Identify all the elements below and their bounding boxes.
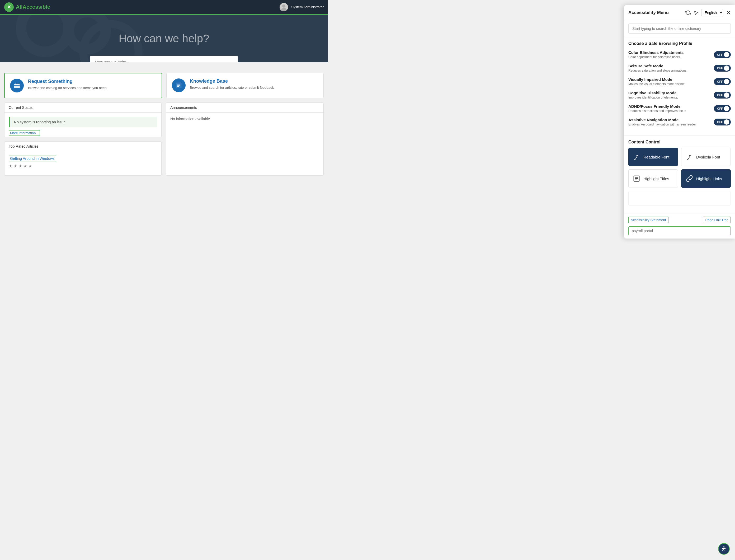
app-header: ✕ AllAccessible System Administrator [0, 0, 328, 15]
briefcase-icon [13, 82, 20, 89]
svg-point-3 [281, 8, 287, 11]
top-rated-box: Top Rated Articles Getting Around in Win… [4, 141, 162, 176]
current-status-box: Current Status No system is reporting an… [4, 102, 162, 137]
request-something-card[interactable]: Request Something Browse the catalog for… [4, 73, 162, 98]
knowledge-icon-circle [172, 78, 186, 92]
avatar [280, 3, 288, 11]
request-card-title: Request Something [28, 79, 107, 84]
announcements-message: No information available [170, 117, 319, 121]
logo-text: AllAccessible [16, 4, 50, 10]
logo-area[interactable]: ✕ AllAccessible [4, 2, 50, 12]
bottom-row: Current Status No system is reporting an… [4, 102, 324, 176]
request-card-body: Request Something Browse the catalog for… [28, 79, 107, 90]
svg-point-2 [282, 4, 286, 8]
header-right: System Administrator [280, 3, 324, 11]
logo-all: All [16, 4, 23, 10]
book-icon [175, 82, 182, 89]
logo-accessible: Accessible [23, 4, 50, 10]
announcements-header: Announcements [166, 103, 324, 113]
hero-search-input[interactable] [90, 56, 238, 62]
status-message: No system is reporting an issue [9, 117, 157, 127]
knowledge-card-title: Knowledge Base [190, 78, 274, 84]
current-status-body: No system is reporting an issue More inf… [4, 113, 161, 137]
request-card-desc: Browse the catalog for services and item… [28, 86, 107, 90]
knowledge-card-body: Knowledge Base Browse and search for art… [190, 78, 274, 90]
article-stars: ★ ★ ★ ★ ★ [9, 164, 157, 169]
logo-icon: ✕ [4, 2, 14, 12]
main-content: Request Something Browse the catalog for… [0, 62, 328, 180]
svg-text:✕: ✕ [7, 4, 11, 10]
cards-row: Request Something Browse the catalog for… [4, 73, 324, 98]
hero-section: How can we help? [0, 15, 328, 62]
top-rated-body: Getting Around in Windows ★ ★ ★ ★ ★ [4, 151, 161, 173]
svg-rect-4 [14, 84, 20, 88]
top-rated-header: Top Rated Articles [4, 142, 161, 151]
more-info-link[interactable]: More information... [9, 130, 40, 136]
hero-title: How can we help? [119, 32, 209, 45]
user-name: System Administrator [291, 5, 324, 9]
knowledge-card-desc: Browse and search for articles, rate or … [190, 86, 274, 90]
hero-search-bar[interactable] [90, 56, 238, 62]
article-link[interactable]: Getting Around in Windows [9, 156, 56, 161]
knowledge-base-card[interactable]: Knowledge Base Browse and search for art… [166, 73, 324, 98]
current-status-header: Current Status [4, 103, 161, 113]
announcements-body: No information available [166, 113, 324, 125]
request-icon-circle [10, 79, 24, 92]
announcements-box: Announcements No information available [166, 102, 324, 176]
